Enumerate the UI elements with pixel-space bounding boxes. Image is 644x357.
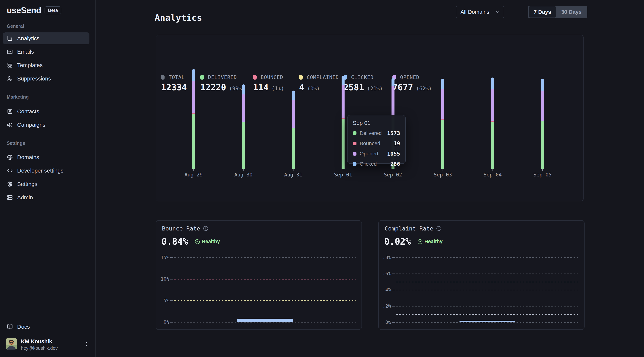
template-icon [7,62,13,68]
gridline [396,306,578,306]
sidebar-item-docs[interactable]: Docs [3,321,90,333]
sidebar-item-domains[interactable]: Domains [3,151,90,163]
bar-segment-clicked [491,78,494,89]
contact-book-icon [7,109,13,114]
sidebar-item-campaigns[interactable]: Campaigns [3,119,90,131]
sidebar-item-admin[interactable]: Admin [3,192,90,204]
bar-segment-clicked [541,79,544,90]
stat-clicked: CLICKED 2581(21%) [344,74,383,92]
check-circle-icon [195,239,200,244]
stat-complained: COMPLAINED 4(0%) [299,74,339,92]
sidebar-item-label: Developer settings [17,168,63,174]
opened-dot [353,152,356,156]
tooltip-row-opened: Opened 1055 [353,150,400,157]
delivered-dot [353,131,356,135]
sidebar-item-developer-settings[interactable]: Developer settings [3,165,90,177]
stat-label: OPENED [400,74,420,80]
y-axis-label: .4% [369,287,391,293]
y-axis-label: 15% [147,254,169,260]
rate-value-bar[interactable] [459,321,516,322]
x-axis-label: Sep 01 [324,172,362,178]
total-dot [161,75,164,80]
date-range-toggle: 7 Days 30 Days [528,6,587,18]
page-title: Analytics [155,12,202,23]
x-axis-tick [293,169,294,171]
bar-segment-delivered [292,128,295,169]
y-axis-label: .8% [369,254,391,260]
y-axis-tick [170,300,173,301]
sidebar-item-emails[interactable]: Emails [3,46,90,58]
gridline [396,290,578,290]
tooltip-label: Bounced [360,140,380,146]
y-axis-tick [392,274,395,274]
stat-value: 2581 [344,82,364,92]
section-label-general: General [7,24,24,29]
sidebar-item-label: Suppressions [17,76,51,82]
beta-badge: Beta [44,6,61,14]
bar-segment-opened [441,89,444,120]
bar-segment-delivered [491,122,494,169]
stacked-bar-sep-01[interactable] [342,76,344,169]
warning-threshold-line [396,314,578,315]
y-axis-label: 0% [369,319,391,325]
x-axis-tick [243,169,244,171]
rate-value-bar[interactable] [237,318,293,322]
megaphone-icon [7,122,13,128]
tooltip-label: Clicked [360,161,377,167]
card-title-text: Complaint Rate [384,225,433,232]
domain-filter-select[interactable]: All Domains [456,6,504,18]
bar-segment-delivered [541,121,544,169]
card-title-text: Bounce Rate [162,225,200,232]
x-axis-line [169,169,568,169]
sidebar-item-label: Emails [17,49,34,55]
sidebar-item-contacts[interactable]: Contacts [3,106,90,118]
sidebar-item-label: Analytics [17,35,40,42]
info-icon[interactable] [436,226,442,231]
stat-value: 7677 [392,82,413,92]
bar-segment-delivered [342,119,344,169]
tooltip-value: 1573 [387,130,400,136]
bar-segment-clicked [292,90,295,100]
info-icon[interactable] [203,226,208,231]
stacked-bar-aug-31[interactable] [292,90,295,169]
range-option-7-days[interactable]: 7 Days [529,6,556,18]
y-axis-label: 10% [147,276,169,282]
gridline [396,257,578,258]
more-vertical-icon[interactable] [84,340,90,348]
gridline [396,274,578,274]
stacked-bar-sep-03[interactable] [441,79,444,169]
stat-value: 12334 [161,82,187,92]
bounce-rate-value-row: 0.84% Healthy [161,236,220,247]
user-profile[interactable]: KM Koushik hey@koushik.dev [0,337,96,353]
y-axis-label: .2% [369,303,391,309]
delivered-dot [200,75,204,80]
avatar [6,338,17,350]
x-axis-tick [343,169,343,171]
domain-filter-value: All Domains [460,9,489,15]
bounce-rate-value: 0.84% [161,236,188,247]
section-label-marketing: Marketing [7,94,29,100]
stacked-bar-sep-05[interactable] [541,79,544,169]
complaint-rate-value-row: 0.02% Healthy [384,236,442,247]
section-label-settings: Settings [7,140,25,146]
app-root: useSend Beta General Analytics Emails Te… [0,0,644,357]
stacked-bar-aug-30[interactable] [242,84,245,169]
range-option-30-days[interactable]: 30 Days [556,6,587,18]
stat-bounced: BOUNCED 114(1%) [253,74,284,92]
sidebar-item-analytics[interactable]: Analytics [3,32,90,44]
stacked-bar-aug-29[interactable] [192,69,195,169]
status-text: Healthy [202,239,220,244]
sidebar-item-templates[interactable]: Templates [3,59,90,71]
x-axis-label: Aug 30 [225,172,262,178]
x-axis-label: Sep 04 [474,172,511,178]
tooltip-row-bounced: Bounced 19 [353,140,400,147]
tooltip-value: 286 [390,161,400,167]
sidebar-item-settings[interactable]: Settings [3,178,90,190]
stacked-bar-sep-04[interactable] [491,78,494,169]
bounced-dot [353,142,356,145]
sidebar-item-suppressions[interactable]: Suppressions [3,73,90,84]
y-axis-label: .6% [369,271,391,277]
stat-percent: (0%) [307,86,320,92]
stat-delivered: DELIVERED 12220(99%) [200,74,245,92]
stat-value: 12220 [200,82,226,92]
